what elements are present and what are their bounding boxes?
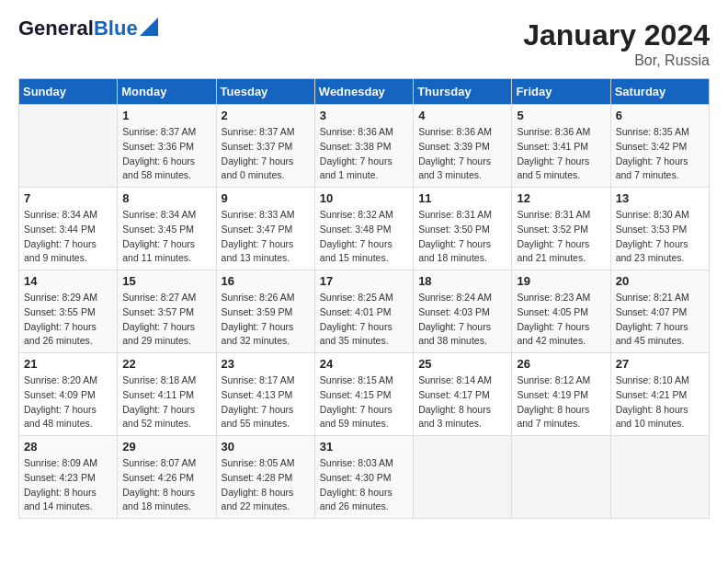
calendar-body: 1Sunrise: 8:37 AM Sunset: 3:36 PM Daylig… bbox=[19, 105, 710, 519]
day-info: Sunrise: 8:34 AM Sunset: 3:45 PM Dayligh… bbox=[122, 208, 210, 266]
calendar-cell bbox=[610, 436, 709, 519]
day-info: Sunrise: 8:32 AM Sunset: 3:48 PM Dayligh… bbox=[320, 208, 408, 266]
day-info: Sunrise: 8:25 AM Sunset: 4:01 PM Dayligh… bbox=[320, 291, 408, 349]
col-monday: Monday bbox=[118, 79, 216, 105]
day-info: Sunrise: 8:29 AM Sunset: 3:55 PM Dayligh… bbox=[24, 291, 112, 349]
header-row: Sunday Monday Tuesday Wednesday Thursday… bbox=[19, 79, 710, 105]
calendar-cell: 30Sunrise: 8:05 AM Sunset: 4:28 PM Dayli… bbox=[216, 436, 314, 519]
calendar-cell: 12Sunrise: 8:31 AM Sunset: 3:52 PM Dayli… bbox=[512, 188, 610, 270]
day-number: 28 bbox=[24, 440, 112, 454]
day-info: Sunrise: 8:36 AM Sunset: 3:41 PM Dayligh… bbox=[517, 125, 605, 183]
day-number: 16 bbox=[222, 274, 310, 288]
calendar-cell: 17Sunrise: 8:25 AM Sunset: 4:01 PM Dayli… bbox=[314, 270, 413, 353]
day-info: Sunrise: 8:24 AM Sunset: 4:03 PM Dayligh… bbox=[418, 291, 506, 349]
day-info: Sunrise: 8:15 AM Sunset: 4:15 PM Dayligh… bbox=[320, 373, 408, 431]
day-number: 4 bbox=[418, 109, 506, 122]
day-number: 13 bbox=[616, 191, 704, 205]
svg-marker-0 bbox=[140, 17, 158, 36]
day-info: Sunrise: 8:07 AM Sunset: 4:26 PM Dayligh… bbox=[122, 456, 210, 514]
day-info: Sunrise: 8:12 AM Sunset: 4:19 PM Dayligh… bbox=[517, 373, 605, 431]
day-number: 18 bbox=[418, 274, 506, 288]
calendar-cell: 28Sunrise: 8:09 AM Sunset: 4:23 PM Dayli… bbox=[19, 436, 118, 519]
day-info: Sunrise: 8:23 AM Sunset: 4:05 PM Dayligh… bbox=[517, 291, 605, 349]
day-info: Sunrise: 8:18 AM Sunset: 4:11 PM Dayligh… bbox=[122, 373, 210, 431]
day-number: 2 bbox=[222, 109, 310, 122]
week-row-3: 14Sunrise: 8:29 AM Sunset: 3:55 PM Dayli… bbox=[19, 270, 710, 353]
col-sunday: Sunday bbox=[19, 79, 118, 105]
day-number: 24 bbox=[320, 357, 408, 371]
day-number: 10 bbox=[320, 191, 408, 205]
day-number: 7 bbox=[24, 191, 112, 205]
day-info: Sunrise: 8:20 AM Sunset: 4:09 PM Dayligh… bbox=[24, 373, 112, 431]
day-number: 6 bbox=[616, 109, 704, 122]
day-number: 21 bbox=[24, 357, 112, 371]
day-info: Sunrise: 8:37 AM Sunset: 3:37 PM Dayligh… bbox=[222, 125, 310, 183]
calendar-cell: 31Sunrise: 8:03 AM Sunset: 4:30 PM Dayli… bbox=[314, 436, 413, 519]
calendar-cell: 4Sunrise: 8:36 AM Sunset: 3:39 PM Daylig… bbox=[414, 105, 512, 188]
day-number: 19 bbox=[517, 274, 605, 288]
calendar-title: January 2024 bbox=[523, 18, 710, 52]
day-info: Sunrise: 8:30 AM Sunset: 3:53 PM Dayligh… bbox=[616, 208, 704, 266]
day-info: Sunrise: 8:31 AM Sunset: 3:50 PM Dayligh… bbox=[418, 208, 506, 266]
week-row-2: 7Sunrise: 8:34 AM Sunset: 3:44 PM Daylig… bbox=[19, 188, 710, 270]
day-number: 5 bbox=[517, 109, 605, 122]
day-number: 12 bbox=[517, 191, 605, 205]
calendar-cell: 11Sunrise: 8:31 AM Sunset: 3:50 PM Dayli… bbox=[414, 188, 512, 270]
calendar-cell: 21Sunrise: 8:20 AM Sunset: 4:09 PM Dayli… bbox=[19, 353, 118, 436]
col-friday: Friday bbox=[512, 79, 610, 105]
day-number: 15 bbox=[122, 274, 210, 288]
day-number: 17 bbox=[320, 274, 408, 288]
day-info: Sunrise: 8:03 AM Sunset: 4:30 PM Dayligh… bbox=[320, 456, 408, 514]
title-block: January 2024 Bor, Russia bbox=[523, 18, 710, 69]
day-info: Sunrise: 8:36 AM Sunset: 3:39 PM Dayligh… bbox=[418, 125, 506, 183]
calendar-location: Bor, Russia bbox=[523, 52, 710, 69]
calendar-cell: 8Sunrise: 8:34 AM Sunset: 3:45 PM Daylig… bbox=[118, 188, 216, 270]
day-number: 9 bbox=[222, 191, 310, 205]
calendar-cell: 7Sunrise: 8:34 AM Sunset: 3:44 PM Daylig… bbox=[19, 188, 118, 270]
calendar-cell bbox=[19, 105, 118, 188]
calendar-cell: 24Sunrise: 8:15 AM Sunset: 4:15 PM Dayli… bbox=[314, 353, 413, 436]
logo: GeneralBlue bbox=[18, 18, 158, 39]
day-number: 20 bbox=[616, 274, 704, 288]
day-info: Sunrise: 8:35 AM Sunset: 3:42 PM Dayligh… bbox=[616, 125, 704, 183]
day-number: 30 bbox=[222, 440, 310, 454]
calendar-cell: 20Sunrise: 8:21 AM Sunset: 4:07 PM Dayli… bbox=[610, 270, 709, 353]
calendar-cell: 2Sunrise: 8:37 AM Sunset: 3:37 PM Daylig… bbox=[216, 105, 314, 188]
logo-text: GeneralBlue bbox=[18, 18, 138, 39]
calendar-cell: 22Sunrise: 8:18 AM Sunset: 4:11 PM Dayli… bbox=[118, 353, 216, 436]
calendar-cell: 27Sunrise: 8:10 AM Sunset: 4:21 PM Dayli… bbox=[610, 353, 709, 436]
col-thursday: Thursday bbox=[414, 79, 512, 105]
day-number: 22 bbox=[122, 357, 210, 371]
logo-arrow-icon bbox=[140, 17, 158, 36]
day-info: Sunrise: 8:21 AM Sunset: 4:07 PM Dayligh… bbox=[616, 291, 704, 349]
calendar-cell: 19Sunrise: 8:23 AM Sunset: 4:05 PM Dayli… bbox=[512, 270, 610, 353]
col-saturday: Saturday bbox=[610, 79, 709, 105]
day-number: 29 bbox=[122, 440, 210, 454]
day-number: 1 bbox=[122, 109, 210, 122]
day-info: Sunrise: 8:09 AM Sunset: 4:23 PM Dayligh… bbox=[24, 456, 112, 514]
day-number: 25 bbox=[418, 357, 506, 371]
calendar-cell: 29Sunrise: 8:07 AM Sunset: 4:26 PM Dayli… bbox=[118, 436, 216, 519]
day-number: 27 bbox=[616, 357, 704, 371]
day-number: 31 bbox=[320, 440, 408, 454]
day-number: 23 bbox=[222, 357, 310, 371]
day-info: Sunrise: 8:31 AM Sunset: 3:52 PM Dayligh… bbox=[517, 208, 605, 266]
day-info: Sunrise: 8:05 AM Sunset: 4:28 PM Dayligh… bbox=[222, 456, 310, 514]
calendar-table: Sunday Monday Tuesday Wednesday Thursday… bbox=[18, 78, 710, 519]
calendar-cell bbox=[414, 436, 512, 519]
day-number: 14 bbox=[24, 274, 112, 288]
day-number: 11 bbox=[418, 191, 506, 205]
day-info: Sunrise: 8:14 AM Sunset: 4:17 PM Dayligh… bbox=[418, 373, 506, 431]
day-info: Sunrise: 8:36 AM Sunset: 3:38 PM Dayligh… bbox=[320, 125, 408, 183]
day-info: Sunrise: 8:10 AM Sunset: 4:21 PM Dayligh… bbox=[616, 373, 704, 431]
day-info: Sunrise: 8:34 AM Sunset: 3:44 PM Dayligh… bbox=[24, 208, 112, 266]
day-info: Sunrise: 8:26 AM Sunset: 3:59 PM Dayligh… bbox=[222, 291, 310, 349]
calendar-cell: 1Sunrise: 8:37 AM Sunset: 3:36 PM Daylig… bbox=[118, 105, 216, 188]
page-container: GeneralBlue January 2024 Bor, Russia Sun… bbox=[18, 18, 710, 519]
calendar-cell: 15Sunrise: 8:27 AM Sunset: 3:57 PM Dayli… bbox=[118, 270, 216, 353]
day-info: Sunrise: 8:37 AM Sunset: 3:36 PM Dayligh… bbox=[122, 125, 210, 183]
week-row-4: 21Sunrise: 8:20 AM Sunset: 4:09 PM Dayli… bbox=[19, 353, 710, 436]
day-number: 26 bbox=[517, 357, 605, 371]
calendar-cell: 3Sunrise: 8:36 AM Sunset: 3:38 PM Daylig… bbox=[314, 105, 413, 188]
day-info: Sunrise: 8:17 AM Sunset: 4:13 PM Dayligh… bbox=[222, 373, 310, 431]
